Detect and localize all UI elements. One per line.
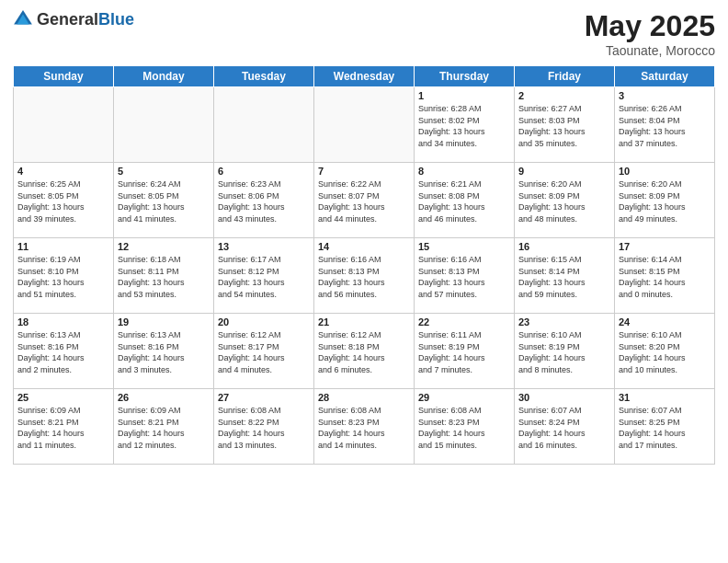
calendar-cell: 6Sunrise: 6:23 AM Sunset: 8:06 PM Daylig… <box>214 163 314 238</box>
cell-day-number: 19 <box>118 316 210 327</box>
cell-day-number: 23 <box>518 316 610 327</box>
cell-info: Sunrise: 6:13 AM Sunset: 8:16 PM Dayligh… <box>118 329 210 375</box>
cell-day-number: 29 <box>418 392 510 403</box>
cell-day-number: 4 <box>17 166 109 177</box>
calendar-cell: 31Sunrise: 6:07 AM Sunset: 8:25 PM Dayli… <box>615 389 715 465</box>
cell-info: Sunrise: 6:15 AM Sunset: 8:14 PM Dayligh… <box>518 254 610 300</box>
cell-info: Sunrise: 6:20 AM Sunset: 8:09 PM Dayligh… <box>619 178 711 224</box>
title-month: May 2025 <box>585 9 715 43</box>
cell-day-number: 31 <box>619 392 711 403</box>
cell-day-number: 9 <box>518 166 610 177</box>
cell-day-number: 21 <box>318 316 410 327</box>
cell-day-number: 14 <box>318 241 410 252</box>
cell-day-number: 3 <box>619 90 711 101</box>
logo: GeneralBlue <box>13 9 134 29</box>
cell-day-number: 5 <box>118 166 210 177</box>
cell-day-number: 27 <box>218 392 310 403</box>
calendar-week-1: 1Sunrise: 6:28 AM Sunset: 8:02 PM Daylig… <box>14 87 715 163</box>
cell-info: Sunrise: 6:16 AM Sunset: 8:13 PM Dayligh… <box>418 254 510 300</box>
cell-info: Sunrise: 6:24 AM Sunset: 8:05 PM Dayligh… <box>118 178 210 224</box>
cell-info: Sunrise: 6:13 AM Sunset: 8:16 PM Dayligh… <box>17 329 109 375</box>
day-header-monday: Monday <box>114 66 214 87</box>
cell-day-number: 15 <box>418 241 510 252</box>
cell-info: Sunrise: 6:20 AM Sunset: 8:09 PM Dayligh… <box>518 178 610 224</box>
calendar-cell: 16Sunrise: 6:15 AM Sunset: 8:14 PM Dayli… <box>515 238 615 314</box>
cell-day-number: 11 <box>17 241 109 252</box>
cell-info: Sunrise: 6:10 AM Sunset: 8:20 PM Dayligh… <box>619 329 711 375</box>
calendar-cell: 13Sunrise: 6:17 AM Sunset: 8:12 PM Dayli… <box>214 238 314 314</box>
calendar-cell <box>314 87 415 163</box>
calendar-cell: 2Sunrise: 6:27 AM Sunset: 8:03 PM Daylig… <box>515 87 615 163</box>
calendar-week-5: 25Sunrise: 6:09 AM Sunset: 8:21 PM Dayli… <box>14 389 715 465</box>
cell-info: Sunrise: 6:19 AM Sunset: 8:10 PM Dayligh… <box>17 254 109 300</box>
calendar-cell: 14Sunrise: 6:16 AM Sunset: 8:13 PM Dayli… <box>314 238 415 314</box>
cell-info: Sunrise: 6:07 AM Sunset: 8:24 PM Dayligh… <box>518 405 610 451</box>
logo-icon <box>13 9 33 29</box>
cell-info: Sunrise: 6:11 AM Sunset: 8:19 PM Dayligh… <box>418 329 510 375</box>
cell-info: Sunrise: 6:08 AM Sunset: 8:23 PM Dayligh… <box>418 405 510 451</box>
cell-info: Sunrise: 6:21 AM Sunset: 8:08 PM Dayligh… <box>418 178 510 224</box>
cell-info: Sunrise: 6:14 AM Sunset: 8:15 PM Dayligh… <box>619 254 711 300</box>
cell-day-number: 17 <box>619 241 711 252</box>
cell-day-number: 1 <box>418 90 510 101</box>
header: GeneralBlue May 2025 Taounate, Morocco <box>13 9 715 58</box>
calendar: SundayMondayTuesdayWednesdayThursdayFrid… <box>13 65 715 465</box>
cell-info: Sunrise: 6:16 AM Sunset: 8:13 PM Dayligh… <box>318 254 410 300</box>
day-header-sunday: Sunday <box>14 66 114 87</box>
title-location: Taounate, Morocco <box>585 43 715 58</box>
cell-day-number: 2 <box>518 90 610 101</box>
logo-text-general: General <box>37 10 98 29</box>
day-header-thursday: Thursday <box>415 66 515 87</box>
cell-info: Sunrise: 6:12 AM Sunset: 8:18 PM Dayligh… <box>318 329 410 375</box>
calendar-cell: 8Sunrise: 6:21 AM Sunset: 8:08 PM Daylig… <box>415 163 515 238</box>
calendar-cell: 10Sunrise: 6:20 AM Sunset: 8:09 PM Dayli… <box>615 163 715 238</box>
calendar-week-2: 4Sunrise: 6:25 AM Sunset: 8:05 PM Daylig… <box>14 163 715 238</box>
calendar-cell: 11Sunrise: 6:19 AM Sunset: 8:10 PM Dayli… <box>14 238 114 314</box>
cell-info: Sunrise: 6:25 AM Sunset: 8:05 PM Dayligh… <box>17 178 109 224</box>
cell-day-number: 8 <box>418 166 510 177</box>
cell-info: Sunrise: 6:09 AM Sunset: 8:21 PM Dayligh… <box>17 405 109 451</box>
calendar-cell: 4Sunrise: 6:25 AM Sunset: 8:05 PM Daylig… <box>14 163 114 238</box>
cell-day-number: 22 <box>418 316 510 327</box>
cell-day-number: 7 <box>318 166 410 177</box>
day-header-tuesday: Tuesday <box>214 66 314 87</box>
page: GeneralBlue May 2025 Taounate, Morocco S… <box>0 0 728 563</box>
cell-info: Sunrise: 6:18 AM Sunset: 8:11 PM Dayligh… <box>118 254 210 300</box>
cell-day-number: 26 <box>118 392 210 403</box>
calendar-cell: 24Sunrise: 6:10 AM Sunset: 8:20 PM Dayli… <box>615 314 715 389</box>
calendar-cell: 5Sunrise: 6:24 AM Sunset: 8:05 PM Daylig… <box>114 163 214 238</box>
calendar-cell: 19Sunrise: 6:13 AM Sunset: 8:16 PM Dayli… <box>114 314 214 389</box>
calendar-cell: 26Sunrise: 6:09 AM Sunset: 8:21 PM Dayli… <box>114 389 214 465</box>
calendar-week-3: 11Sunrise: 6:19 AM Sunset: 8:10 PM Dayli… <box>14 238 715 314</box>
cell-day-number: 10 <box>619 166 711 177</box>
cell-day-number: 25 <box>17 392 109 403</box>
calendar-cell: 27Sunrise: 6:08 AM Sunset: 8:22 PM Dayli… <box>214 389 314 465</box>
cell-info: Sunrise: 6:12 AM Sunset: 8:17 PM Dayligh… <box>218 329 310 375</box>
cell-info: Sunrise: 6:07 AM Sunset: 8:25 PM Dayligh… <box>619 405 711 451</box>
calendar-cell: 25Sunrise: 6:09 AM Sunset: 8:21 PM Dayli… <box>14 389 114 465</box>
cell-day-number: 28 <box>318 392 410 403</box>
cell-info: Sunrise: 6:09 AM Sunset: 8:21 PM Dayligh… <box>118 405 210 451</box>
calendar-week-4: 18Sunrise: 6:13 AM Sunset: 8:16 PM Dayli… <box>14 314 715 389</box>
day-header-wednesday: Wednesday <box>314 66 415 87</box>
day-header-friday: Friday <box>515 66 615 87</box>
calendar-cell: 22Sunrise: 6:11 AM Sunset: 8:19 PM Dayli… <box>415 314 515 389</box>
calendar-cell: 29Sunrise: 6:08 AM Sunset: 8:23 PM Dayli… <box>415 389 515 465</box>
cell-day-number: 24 <box>619 316 711 327</box>
calendar-cell: 17Sunrise: 6:14 AM Sunset: 8:15 PM Dayli… <box>615 238 715 314</box>
cell-day-number: 20 <box>218 316 310 327</box>
cell-day-number: 18 <box>17 316 109 327</box>
calendar-cell: 18Sunrise: 6:13 AM Sunset: 8:16 PM Dayli… <box>14 314 114 389</box>
calendar-header-row: SundayMondayTuesdayWednesdayThursdayFrid… <box>14 66 715 87</box>
calendar-cell: 23Sunrise: 6:10 AM Sunset: 8:19 PM Dayli… <box>515 314 615 389</box>
calendar-cell <box>14 87 114 163</box>
title-block: May 2025 Taounate, Morocco <box>585 9 715 58</box>
calendar-cell: 9Sunrise: 6:20 AM Sunset: 8:09 PM Daylig… <box>515 163 615 238</box>
calendar-cell: 21Sunrise: 6:12 AM Sunset: 8:18 PM Dayli… <box>314 314 415 389</box>
calendar-cell: 7Sunrise: 6:22 AM Sunset: 8:07 PM Daylig… <box>314 163 415 238</box>
cell-info: Sunrise: 6:10 AM Sunset: 8:19 PM Dayligh… <box>518 329 610 375</box>
cell-day-number: 30 <box>518 392 610 403</box>
cell-info: Sunrise: 6:17 AM Sunset: 8:12 PM Dayligh… <box>218 254 310 300</box>
cell-info: Sunrise: 6:22 AM Sunset: 8:07 PM Dayligh… <box>318 178 410 224</box>
cell-day-number: 13 <box>218 241 310 252</box>
